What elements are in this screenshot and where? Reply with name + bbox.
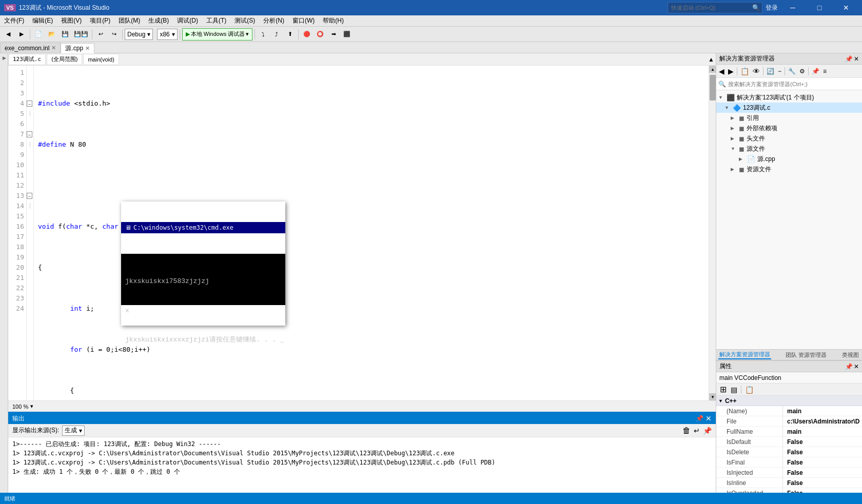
output-close-btn[interactable]: ✕ bbox=[706, 414, 712, 422]
sidebar-tab-class[interactable]: 类视图 bbox=[841, 351, 860, 359]
toolbar-bp3[interactable]: ➡ bbox=[327, 28, 340, 41]
tab-close-source-cpp[interactable]: ✕ bbox=[85, 45, 90, 52]
tab-label-src: 源.cpp bbox=[65, 44, 83, 53]
menu-window[interactable]: 窗口(W) bbox=[288, 15, 319, 27]
sidebar-tab-solution[interactable]: 解决方案资源管理器 bbox=[718, 351, 771, 359]
tree-item-source-cpp[interactable]: ▶ 📄 源.cpp bbox=[716, 154, 862, 164]
toolbar-back[interactable]: ◀ bbox=[2, 28, 14, 41]
sol-tb-properties[interactable]: 📋 bbox=[739, 67, 751, 75]
sol-tb-settings[interactable]: ≡ bbox=[821, 68, 828, 75]
cmd-title-bar[interactable]: 🖥 C:\windows\system32\cmd.exe bbox=[121, 222, 285, 233]
prop-value-file: c:\Users\Administrator\D bbox=[783, 418, 862, 425]
menu-test[interactable]: 测试(S) bbox=[230, 15, 259, 27]
quick-search-input[interactable] bbox=[668, 5, 750, 11]
minimize-button[interactable]: ─ bbox=[781, 0, 805, 15]
sol-tb-forward[interactable]: ▶ bbox=[727, 67, 735, 75]
sidebar-tab-team[interactable]: 团队 资源管理器 bbox=[785, 351, 828, 359]
tree-project[interactable]: ▼ 🔷 123调试.c bbox=[716, 103, 862, 113]
menu-file[interactable]: 文件(F) bbox=[0, 15, 28, 27]
tab-source-cpp[interactable]: 源.cpp ✕ bbox=[61, 43, 94, 53]
toolbar-breakpoint[interactable]: 🔴 bbox=[301, 28, 313, 41]
sol-tb-refresh[interactable]: 🔄 bbox=[765, 68, 776, 75]
tree-arrow-headers: ▶ bbox=[731, 136, 737, 141]
solution-search-input[interactable] bbox=[728, 81, 860, 87]
scroll-up-btn[interactable]: ▲ bbox=[709, 66, 716, 73]
cmd-line-3: jkxskuiskxixxxxzjzjzi请按任意键继续. . . _ bbox=[125, 335, 281, 345]
tree-item-headers[interactable]: ▶ ◼ 头文件 bbox=[716, 133, 862, 144]
solution-pin-btn[interactable]: 📌 bbox=[845, 55, 853, 63]
toolbar-save[interactable]: 💾 bbox=[59, 28, 71, 41]
toolbar-new[interactable]: 📄 bbox=[32, 28, 45, 41]
tree-item-resource-files[interactable]: ▶ ◼ 资源文件 bbox=[716, 164, 862, 174]
sol-tb-sync[interactable]: ⚙ bbox=[798, 68, 807, 75]
restore-button[interactable]: □ bbox=[808, 0, 831, 15]
output-cursor-line bbox=[12, 476, 712, 486]
close-button[interactable]: ✕ bbox=[834, 0, 858, 15]
toolbar-bp4[interactable]: ⬛ bbox=[341, 28, 353, 41]
collapse-for[interactable]: − bbox=[27, 131, 32, 137]
menu-tools[interactable]: 工具(T) bbox=[202, 15, 230, 27]
menu-analyze[interactable]: 分析(N) bbox=[259, 15, 288, 27]
toolbar-forward[interactable]: ▶ bbox=[15, 28, 28, 41]
toolbar-undo[interactable]: ↩ bbox=[94, 28, 107, 41]
toolbar-sep-2 bbox=[92, 29, 92, 39]
menu-debug[interactable]: 调试(D) bbox=[173, 15, 202, 27]
tree-item-extern-deps[interactable]: ▶ ◼ 外部依赖项 bbox=[716, 123, 862, 133]
editor-vertical-scrollbar[interactable]: ▲ ▼ bbox=[709, 66, 716, 400]
properties-pin-btn[interactable]: 📌 bbox=[845, 363, 853, 370]
sol-tb-view[interactable]: 👁 bbox=[751, 67, 761, 75]
sol-tb-filter[interactable]: 🔧 bbox=[787, 68, 797, 75]
output-clear-btn[interactable]: 🗑 bbox=[682, 426, 691, 435]
menu-help[interactable]: 帮助(H) bbox=[319, 15, 348, 27]
menu-team[interactable]: 团队(M) bbox=[114, 15, 144, 27]
output-pin-btn2[interactable]: 📌 bbox=[703, 427, 712, 435]
zoom-dropdown[interactable]: ▾ bbox=[30, 403, 33, 410]
toolbar-bp2[interactable]: ⭕ bbox=[314, 28, 326, 41]
output-line-3: 1> 123调试.c.vcxproj -> C:\Users\Administr… bbox=[12, 458, 712, 467]
solution-close-btn[interactable]: ✕ bbox=[854, 55, 859, 63]
tree-item-source-files[interactable]: ▼ ◼ 源文件 bbox=[716, 144, 862, 154]
toolbar-save-all[interactable]: 💾💾 bbox=[72, 28, 90, 41]
scroll-thumb[interactable] bbox=[710, 75, 716, 100]
prop-section-label: C++ bbox=[725, 397, 737, 405]
output-wrap-btn[interactable]: ↵ bbox=[694, 427, 700, 435]
left-margin-panel: ▶ bbox=[0, 53, 8, 504]
toolbar-open[interactable]: 📂 bbox=[46, 28, 58, 41]
output-source-dropdown[interactable]: 生成 ▾ bbox=[62, 426, 85, 436]
tree-arrow-solution: ▼ bbox=[718, 95, 724, 100]
toolbar-step-over[interactable]: ⤴ bbox=[270, 28, 283, 41]
tab-close-exe-common[interactable]: ✕ bbox=[51, 45, 56, 51]
menu-project[interactable]: 项目(P) bbox=[86, 15, 114, 27]
prop-section-collapse[interactable]: ▼ bbox=[718, 398, 723, 404]
tree-item-references[interactable]: ▶ ◼ 引用 bbox=[716, 113, 862, 123]
menu-edit[interactable]: 编辑(E) bbox=[28, 15, 57, 27]
output-pin-btn[interactable]: 📌 bbox=[696, 415, 703, 422]
code-content[interactable]: #include <stdio.h> #define N 80 void f(c… bbox=[34, 66, 709, 400]
prop-tb-sort-cat[interactable]: ▤ bbox=[729, 386, 739, 394]
menu-build[interactable]: 生成(B) bbox=[144, 15, 173, 27]
sol-tb-pin[interactable]: 📌 bbox=[810, 68, 821, 75]
platform-dropdown[interactable]: x86 ▾ bbox=[157, 29, 177, 40]
collapse-main[interactable]: − bbox=[27, 193, 32, 199]
collapse-fn-f[interactable]: − bbox=[27, 100, 32, 107]
toolbar-redo[interactable]: ↪ bbox=[108, 28, 120, 41]
file-breadcrumb[interactable]: 123调试.c bbox=[8, 54, 46, 65]
scroll-track[interactable] bbox=[709, 73, 716, 393]
menu-view[interactable]: 视图(V) bbox=[57, 15, 86, 27]
sol-tb-back[interactable]: ◀ bbox=[717, 67, 726, 75]
debug-config-dropdown[interactable]: Debug ▾ bbox=[125, 29, 153, 40]
scroll-down-btn[interactable]: ▼ bbox=[709, 393, 716, 400]
expand-editor-btn[interactable]: ▲ bbox=[707, 55, 716, 64]
sol-tb-collapse[interactable]: − bbox=[776, 68, 783, 75]
scope-breadcrumb[interactable]: (全局范围) bbox=[47, 54, 82, 65]
login-label[interactable]: 登录 bbox=[766, 4, 778, 12]
toolbar-step-out[interactable]: ⬆ bbox=[284, 28, 296, 41]
tree-solution-root[interactable]: ▼ ⬛ 解决方案'123调试'(1 个项目) bbox=[716, 92, 862, 103]
prop-tb-property-pages[interactable]: 📋 bbox=[743, 386, 755, 394]
toolbar-step-into[interactable]: ⤵ bbox=[257, 28, 269, 41]
tab-exe-common[interactable]: exe_common.inl ✕ bbox=[0, 43, 61, 53]
prop-tb-sort-alpha[interactable]: ⊞ bbox=[718, 385, 728, 394]
start-debug-btn[interactable]: ▶ 本地 Windows 调试器 ▾ bbox=[182, 28, 253, 41]
properties-close-btn[interactable]: ✕ bbox=[854, 363, 859, 370]
function-breadcrumb[interactable]: main(void) bbox=[83, 54, 119, 65]
